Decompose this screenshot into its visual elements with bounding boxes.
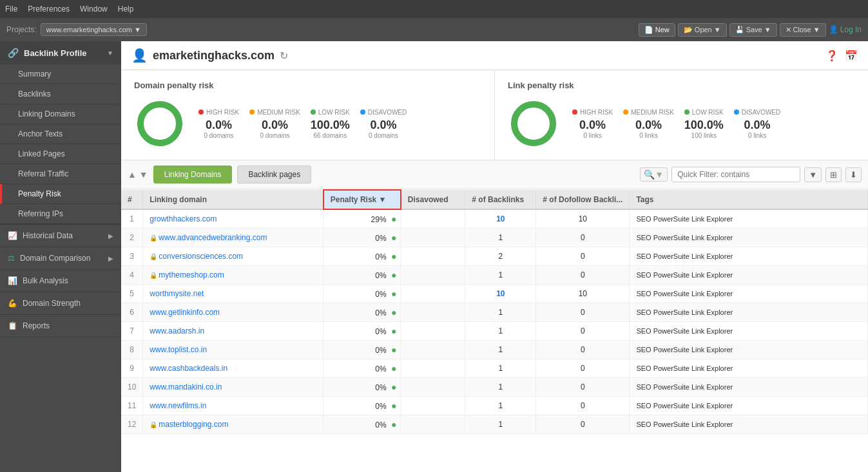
refresh-icon[interactable]: ↻ xyxy=(280,50,288,62)
row-domain[interactable]: www.aadarsh.in xyxy=(143,322,323,341)
table-row: 4 🔒mythemeshop.com 0% ● 1 0 SEO PowerSui… xyxy=(121,266,868,285)
sidebar-item-linked-pages[interactable]: Linked Pages xyxy=(0,144,121,164)
search-dropdown-icon[interactable]: 🔍▼ xyxy=(640,167,668,182)
domain-comparison-icon: ⚖ xyxy=(8,254,15,263)
penalty-dot: ● xyxy=(391,419,396,430)
toolbar-right: 📄 New 📂 Open ▼ 💾 Save ▼ ✕ Close ▼ 👤 Log … xyxy=(639,23,862,37)
row-dofollow: 0 xyxy=(536,247,630,266)
columns-icon[interactable]: ⊞ xyxy=(825,167,842,182)
penalty-dot: ● xyxy=(391,382,396,392)
row-domain[interactable]: www.cashbackdeals.in xyxy=(143,359,323,378)
link-donut-svg xyxy=(508,98,559,149)
open-icon: 📂 xyxy=(684,26,693,34)
col-header-tags[interactable]: Tags xyxy=(630,190,868,209)
row-domain[interactable]: growthhackers.com xyxy=(143,209,323,229)
row-domain[interactable]: 🔒conversionsciences.com xyxy=(143,247,323,266)
row-disavowed xyxy=(401,378,465,397)
filter-icon[interactable]: ▼ xyxy=(804,167,822,182)
row-domain[interactable]: www.getlinkinfo.com xyxy=(143,303,323,322)
row-dofollow: 0 xyxy=(536,359,630,378)
reports-icon: 📋 xyxy=(8,321,17,330)
open-button[interactable]: 📂 Open ▼ xyxy=(678,23,727,37)
row-backlinks: 1 xyxy=(465,378,536,397)
link-high-risk-dot xyxy=(572,109,577,115)
menu-file[interactable]: File xyxy=(5,5,17,14)
calendar-icon[interactable]: 📅 xyxy=(845,50,858,62)
collapse-up-icon[interactable]: ▲ xyxy=(128,169,137,180)
row-domain[interactable]: www.toplist.co.in xyxy=(143,341,323,359)
tab-linking-domains[interactable]: Linking Domains xyxy=(153,165,233,184)
col-header-penalty[interactable]: Penalty Risk ▼ xyxy=(323,190,401,209)
sidebar-item-referring-ips[interactable]: Referring IPs xyxy=(0,204,121,224)
svg-point-3 xyxy=(514,104,553,143)
new-button[interactable]: 📄 New xyxy=(639,23,675,37)
sidebar-item-referral-traffic[interactable]: Referral Traffic xyxy=(0,164,121,184)
collapse-icons: ▲ ▼ xyxy=(128,169,148,180)
row-domain[interactable]: 🔒masterblogging.com xyxy=(143,415,323,434)
sidebar-item-anchor-texts[interactable]: Anchor Texts xyxy=(0,124,121,144)
row-disavowed xyxy=(401,397,465,415)
table-section: ▲ ▼ Linking Domains Backlink pages 🔍▼ ▼ … xyxy=(121,160,868,472)
menu-help[interactable]: Help xyxy=(118,5,134,14)
table-row: 10 www.mandakini.co.in 0% ● 1 0 SEO Powe… xyxy=(121,378,868,397)
sidebar-item-historical-data[interactable]: 📈 Historical Data ▶ xyxy=(0,225,121,247)
help-icon[interactable]: ❓ xyxy=(825,50,838,62)
domain-high-sub: 0 domains xyxy=(198,132,239,139)
row-domain[interactable]: www.mandakini.co.in xyxy=(143,378,323,397)
data-table-wrap: # Linking domain Penalty Risk ▼ Disavowe… xyxy=(121,189,868,472)
collapse-down-icon[interactable]: ▼ xyxy=(139,169,148,180)
row-num: 11 xyxy=(121,397,143,415)
sidebar-item-reports[interactable]: 📋 Reports xyxy=(0,315,121,337)
row-domain[interactable]: worthmysite.net xyxy=(143,285,323,303)
sidebar-section-backlink-header[interactable]: 🔗 Backlink Profile ▼ xyxy=(0,41,121,64)
save-button[interactable]: 💾 Save ▼ xyxy=(729,23,777,37)
table-row: 3 🔒conversionsciences.com 0% ● 2 0 SEO P… xyxy=(121,247,868,266)
penalty-dot: ● xyxy=(391,363,396,373)
sidebar-item-domain-comparison[interactable]: ⚖ Domain Comparison ▶ xyxy=(0,247,121,270)
sidebar-item-penalty-risk[interactable]: Penalty Risk xyxy=(0,184,121,204)
chevron-down-icon: ▼ xyxy=(107,50,113,57)
row-dofollow: 0 xyxy=(536,229,630,247)
penalty-section: Domain penalty risk HIGH RISK xyxy=(121,70,868,160)
sidebar-item-linking-domains[interactable]: Linking Domains xyxy=(0,104,121,124)
link-high-value: 0.0% xyxy=(572,118,613,132)
col-header-dofollow[interactable]: # of Dofollow Backli... xyxy=(536,190,630,209)
menu-preferences[interactable]: Preferences xyxy=(28,5,70,14)
sidebar-item-backlinks[interactable]: Backlinks xyxy=(0,84,121,104)
sidebar-item-summary[interactable]: Summary xyxy=(0,64,121,84)
close-dropdown-icon: ▼ xyxy=(813,26,820,33)
low-risk-dot xyxy=(311,109,316,115)
domain-comparison-chevron-icon: ▶ xyxy=(108,255,113,262)
content-area: 👤 emarketinghacks.com ↻ ❓ 📅 Domain penal… xyxy=(121,41,868,472)
col-header-domain[interactable]: Linking domain xyxy=(143,190,323,209)
sidebar-item-domain-strength[interactable]: 💪 Domain Strength xyxy=(0,292,121,315)
row-num: 9 xyxy=(121,359,143,378)
quick-filter-input[interactable] xyxy=(671,167,800,182)
sidebar-item-bulk-analysis[interactable]: 📊 Bulk Analysis xyxy=(0,270,121,292)
project-url-select[interactable]: www.emarketinghacks.com ▼ xyxy=(41,23,147,36)
sidebar: 🔗 Backlink Profile ▼ Summary Backlinks L… xyxy=(0,41,121,472)
col-header-backlinks[interactable]: # of Backlinks xyxy=(465,190,536,209)
penalty-dot: ● xyxy=(391,214,396,224)
close-button[interactable]: ✕ Close ▼ xyxy=(780,23,826,37)
domain-disavowed-value: 0.0% xyxy=(360,118,407,132)
row-penalty: 0% ● xyxy=(323,247,401,266)
row-domain[interactable]: 🔒mythemeshop.com xyxy=(143,266,323,285)
tab-backlink-pages[interactable]: Backlink pages xyxy=(237,165,311,184)
export-icon[interactable]: ⬇ xyxy=(845,167,862,182)
menu-window[interactable]: Window xyxy=(80,5,108,14)
row-num: 3 xyxy=(121,247,143,266)
row-backlinks: 2 xyxy=(465,247,536,266)
row-domain[interactable]: 🔒www.advancedwebranking.com xyxy=(143,229,323,247)
row-domain[interactable]: www.newfilms.in xyxy=(143,397,323,415)
table-row: 2 🔒www.advancedwebranking.com 0% ● 1 0 S… xyxy=(121,229,868,247)
col-header-disavowed[interactable]: Disavowed xyxy=(401,190,465,209)
row-num: 4 xyxy=(121,266,143,285)
domain-penalty-donut xyxy=(134,98,186,149)
domain-strength-icon: 💪 xyxy=(8,299,17,308)
row-penalty: 0% ● xyxy=(323,359,401,378)
row-tags: SEO PowerSuite Link Explorer xyxy=(630,359,868,378)
main-layout: 🔗 Backlink Profile ▼ Summary Backlinks L… xyxy=(0,41,868,472)
new-icon: 📄 xyxy=(644,26,653,34)
login-button[interactable]: 👤 Log In xyxy=(829,25,862,34)
